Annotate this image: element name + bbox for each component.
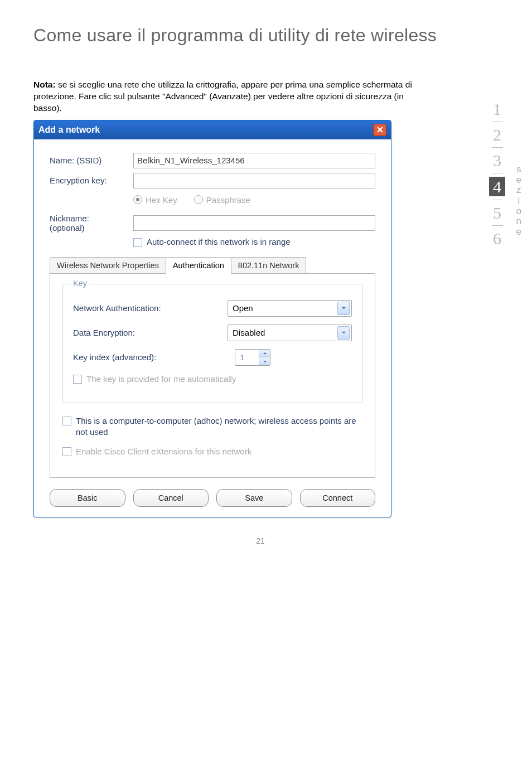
cancel-button[interactable]: Cancel: [133, 489, 209, 507]
key-index-value: 1: [235, 350, 259, 365]
section-4-active[interactable]: 4: [489, 177, 505, 196]
auto-connect-checkbox[interactable]: [133, 238, 142, 247]
radio-dot-icon: [133, 195, 142, 204]
data-encryption-value: Disabled: [233, 328, 265, 337]
intro-paragraph: Nota: se si sceglie una rete che utilizz…: [33, 79, 418, 114]
nickname-label: Nickname: (optional): [50, 214, 133, 233]
passphrase-radio: Passphrase: [194, 195, 250, 205]
tab-content: Key Network Authentication: Open Data En…: [50, 273, 375, 478]
network-auth-value: Open: [233, 303, 253, 313]
spinner-down-icon[interactable]: [259, 357, 270, 365]
section-1[interactable]: 1: [489, 98, 505, 120]
add-network-dialog: Add a network Name: (SSID) Encryption ke…: [33, 120, 391, 517]
hex-key-radio-label: Hex Key: [146, 195, 177, 205]
section-3[interactable]: 3: [489, 149, 505, 172]
key-group: Key Network Authentication: Open Data En…: [62, 284, 362, 403]
dialog-titlebar[interactable]: Add a network: [34, 120, 391, 139]
section-6[interactable]: 6: [489, 227, 505, 250]
section-indicator: 1 2 3 4 5 6 sezione: [489, 98, 505, 250]
passphrase-radio-label: Passphrase: [206, 195, 250, 205]
connect-button[interactable]: Connect: [300, 489, 376, 507]
network-auth-select[interactable]: Open: [228, 300, 352, 317]
tab-strip: Wireless Network Properties Authenticati…: [50, 256, 375, 273]
adhoc-checkbox[interactable]: [62, 417, 71, 425]
encryption-key-input[interactable]: [133, 173, 375, 188]
basic-button[interactable]: Basic: [50, 489, 125, 507]
page-number: 21: [33, 536, 487, 545]
close-button[interactable]: [373, 124, 386, 136]
intro-bold: Nota:: [33, 80, 56, 89]
auto-key-label: The key is provided for me automatically: [86, 374, 236, 385]
tab-authentication[interactable]: Authentication: [166, 257, 231, 274]
nickname-input[interactable]: [133, 215, 375, 231]
cisco-label: Enable Cisco Client eXtensions for this …: [76, 446, 252, 457]
ssid-input[interactable]: [133, 153, 375, 168]
spinner-up-icon[interactable]: [259, 350, 270, 358]
data-encryption-label: Data Encryption:: [73, 328, 135, 337]
auto-key-checkbox: [73, 375, 82, 384]
data-encryption-select[interactable]: Disabled: [228, 325, 352, 341]
adhoc-label: This is a computer-to-computer (adhoc) n…: [76, 415, 362, 438]
section-2[interactable]: 2: [489, 123, 505, 146]
page-title: Come usare il programma di utility di re…: [33, 25, 487, 46]
radio-empty-icon: [194, 195, 203, 204]
save-button[interactable]: Save: [216, 489, 292, 507]
chevron-down-icon: [337, 326, 350, 340]
encryption-key-label: Encryption key:: [50, 176, 133, 185]
key-index-spinner[interactable]: 1: [235, 349, 270, 366]
close-icon: [377, 127, 383, 133]
name-ssid-label: Name: (SSID): [50, 156, 133, 165]
key-index-label: Key index (advanced):: [73, 352, 156, 362]
key-legend: Key: [70, 279, 90, 288]
network-auth-label: Network Authentication:: [73, 303, 161, 313]
cisco-checkbox: [62, 447, 71, 456]
hex-key-radio: Hex Key: [133, 195, 177, 205]
auto-connect-label: Auto-connect if this network is in range: [147, 237, 291, 246]
intro-text: se si sceglie una rete che utilizza la c…: [33, 80, 412, 113]
tab-wireless-properties[interactable]: Wireless Network Properties: [50, 257, 166, 273]
section-5[interactable]: 5: [489, 201, 505, 224]
chevron-down-icon: [337, 302, 350, 315]
section-label-vertical: sezione: [516, 164, 523, 238]
tab-80211n[interactable]: 802.11n Network: [231, 257, 307, 273]
dialog-title: Add a network: [38, 125, 100, 135]
